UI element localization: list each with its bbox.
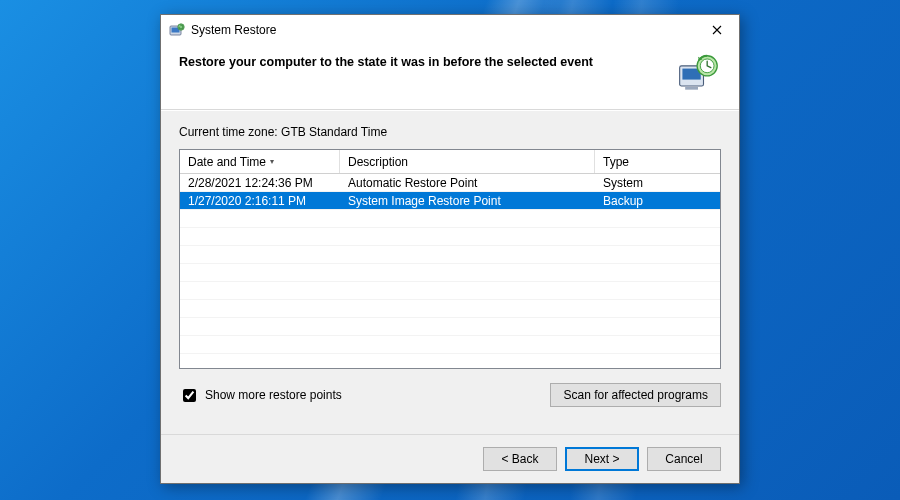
next-button[interactable]: Next > xyxy=(565,447,639,471)
titlebar: System Restore xyxy=(161,15,739,45)
column-label: Date and Time xyxy=(188,155,266,169)
list-header: Date and Time ▾ Description Type xyxy=(180,150,720,174)
window-title: System Restore xyxy=(191,23,697,37)
list-rows-container: 2/28/2021 12:24:36 PMAutomatic Restore P… xyxy=(180,174,720,368)
cell-type: System xyxy=(595,176,720,190)
column-label: Description xyxy=(348,155,408,169)
cell-description: System Image Restore Point xyxy=(340,194,595,208)
sort-descending-icon: ▾ xyxy=(270,157,274,166)
table-row-empty xyxy=(180,246,720,264)
wizard-body: Current time zone: GTB Standard Time Dat… xyxy=(161,110,739,434)
column-label: Type xyxy=(603,155,629,169)
scan-affected-programs-button[interactable]: Scan for affected programs xyxy=(550,383,721,407)
table-row[interactable]: 2/28/2021 12:24:36 PMAutomatic Restore P… xyxy=(180,174,720,192)
close-icon xyxy=(712,25,722,35)
column-header-description[interactable]: Description xyxy=(340,150,595,173)
back-button[interactable]: < Back xyxy=(483,447,557,471)
table-row-empty xyxy=(180,318,720,336)
table-row-empty xyxy=(180,354,720,368)
page-heading: Restore your computer to the state it wa… xyxy=(179,53,663,69)
wizard-header: Restore your computer to the state it wa… xyxy=(161,45,739,110)
table-row-empty xyxy=(180,228,720,246)
column-header-type[interactable]: Type xyxy=(595,150,720,173)
cancel-button[interactable]: Cancel xyxy=(647,447,721,471)
close-button[interactable] xyxy=(697,16,737,44)
table-row-empty xyxy=(180,210,720,228)
table-row[interactable]: 1/27/2020 2:16:11 PMSystem Image Restore… xyxy=(180,192,720,210)
below-grid-controls: Show more restore points Scan for affect… xyxy=(179,383,721,407)
restore-clock-icon xyxy=(675,53,721,97)
checkbox-label: Show more restore points xyxy=(205,388,342,402)
cell-date: 2/28/2021 12:24:36 PM xyxy=(180,176,340,190)
wizard-footer: < Back Next > Cancel xyxy=(161,434,739,483)
cell-description: Automatic Restore Point xyxy=(340,176,595,190)
svg-rect-5 xyxy=(685,87,698,90)
checkbox-input[interactable] xyxy=(183,389,196,402)
cell-date: 1/27/2020 2:16:11 PM xyxy=(180,194,340,208)
timezone-label: Current time zone: GTB Standard Time xyxy=(179,125,721,139)
table-row-empty xyxy=(180,282,720,300)
system-restore-window: System Restore Restore your computer to … xyxy=(160,14,740,484)
column-header-date[interactable]: Date and Time ▾ xyxy=(180,150,340,173)
table-row-empty xyxy=(180,336,720,354)
system-restore-icon xyxy=(169,22,185,38)
table-row-empty xyxy=(180,264,720,282)
restore-points-list[interactable]: Date and Time ▾ Description Type 2/28/20… xyxy=(179,149,721,369)
show-more-restore-points-checkbox[interactable]: Show more restore points xyxy=(179,386,342,405)
table-row-empty xyxy=(180,300,720,318)
cell-type: Backup xyxy=(595,194,720,208)
